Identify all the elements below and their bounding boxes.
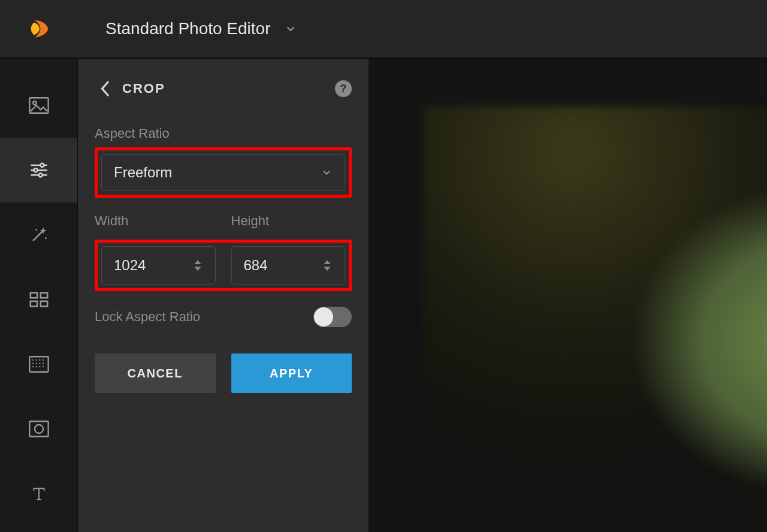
svg-point-27 bbox=[42, 366, 43, 367]
panel-title: CROP bbox=[122, 81, 165, 96]
sidebar-item-adjust[interactable] bbox=[0, 138, 77, 202]
sidebar-item-shape[interactable] bbox=[0, 397, 77, 461]
svg-point-3 bbox=[40, 164, 44, 167]
svg-rect-13 bbox=[30, 301, 37, 307]
svg-point-22 bbox=[39, 362, 40, 364]
sidebar-item-image[interactable] bbox=[0, 73, 77, 138]
help-icon: ? bbox=[340, 83, 347, 95]
svg-rect-15 bbox=[29, 356, 48, 372]
svg-marker-36 bbox=[194, 267, 201, 271]
sidebar-item-grid[interactable] bbox=[0, 267, 77, 332]
svg-marker-35 bbox=[194, 260, 201, 264]
image-canvas[interactable] bbox=[369, 59, 767, 532]
grid-icon bbox=[29, 291, 49, 309]
adjust-icon bbox=[29, 161, 49, 179]
help-button[interactable]: ? bbox=[335, 80, 352, 97]
height-value: 684 bbox=[244, 257, 268, 274]
svg-point-18 bbox=[39, 359, 40, 361]
aspect-ratio-label: Aspect Ratio bbox=[95, 126, 352, 141]
svg-point-26 bbox=[39, 366, 40, 367]
sidebar-item-text[interactable] bbox=[0, 461, 77, 526]
svg-point-17 bbox=[35, 359, 37, 361]
width-label: Width bbox=[95, 213, 216, 229]
aspect-ratio-value: Freeform bbox=[114, 164, 172, 181]
svg-point-25 bbox=[35, 366, 37, 367]
lock-aspect-toggle[interactable] bbox=[313, 307, 352, 327]
chevron-down-icon bbox=[284, 22, 297, 35]
svg-rect-0 bbox=[29, 98, 48, 113]
app-logo-icon bbox=[28, 17, 52, 41]
sidebar-item-filter[interactable] bbox=[0, 332, 77, 397]
text-icon bbox=[30, 485, 48, 503]
magic-wand-icon bbox=[29, 225, 49, 245]
svg-rect-11 bbox=[30, 293, 37, 298]
lock-aspect-label: Lock Aspect Ratio bbox=[95, 309, 200, 325]
svg-marker-38 bbox=[324, 267, 330, 271]
svg-rect-28 bbox=[29, 421, 48, 437]
svg-marker-37 bbox=[324, 260, 330, 264]
svg-point-24 bbox=[32, 366, 33, 367]
editor-mode-label: Standard Photo Editor bbox=[105, 19, 271, 38]
svg-point-10 bbox=[35, 229, 37, 231]
svg-point-23 bbox=[42, 362, 43, 364]
svg-point-1 bbox=[33, 101, 37, 105]
svg-point-19 bbox=[42, 359, 43, 361]
svg-point-7 bbox=[38, 173, 42, 177]
width-value: 1024 bbox=[114, 257, 146, 274]
width-input[interactable]: 1024 bbox=[101, 246, 216, 285]
svg-rect-12 bbox=[40, 293, 47, 298]
aspect-ratio-highlight: Freeform bbox=[95, 147, 352, 198]
editor-mode-dropdown[interactable]: Standard Photo Editor bbox=[105, 19, 297, 38]
svg-point-21 bbox=[35, 362, 37, 364]
width-stepper[interactable] bbox=[194, 259, 206, 271]
svg-point-20 bbox=[32, 362, 33, 364]
sidebar-item-magic[interactable] bbox=[0, 202, 77, 267]
app-header: Standard Photo Editor bbox=[0, 0, 767, 59]
height-input[interactable]: 684 bbox=[231, 246, 346, 285]
dimensions-highlight: 1024 684 bbox=[95, 240, 352, 291]
svg-point-9 bbox=[44, 237, 46, 239]
back-button[interactable] bbox=[95, 77, 115, 101]
apply-button[interactable]: APPLY bbox=[231, 353, 352, 393]
shape-circle-icon bbox=[29, 420, 49, 438]
image-preview bbox=[424, 107, 767, 532]
svg-line-8 bbox=[33, 231, 43, 241]
svg-rect-14 bbox=[40, 301, 47, 307]
height-stepper[interactable] bbox=[323, 259, 335, 271]
svg-point-29 bbox=[34, 425, 43, 433]
cancel-button[interactable]: CANCEL bbox=[95, 353, 216, 393]
toggle-knob bbox=[314, 307, 333, 327]
height-label: Height bbox=[231, 213, 352, 229]
svg-point-16 bbox=[32, 359, 33, 361]
tool-sidebar bbox=[0, 59, 78, 532]
filter-icon bbox=[29, 355, 49, 373]
aspect-ratio-select[interactable]: Freeform bbox=[101, 154, 345, 191]
image-icon bbox=[29, 96, 49, 114]
chevron-down-icon bbox=[321, 167, 333, 179]
crop-panel: CROP ? Aspect Ratio Freeform Width Heigh… bbox=[78, 59, 369, 532]
svg-point-5 bbox=[34, 168, 37, 172]
